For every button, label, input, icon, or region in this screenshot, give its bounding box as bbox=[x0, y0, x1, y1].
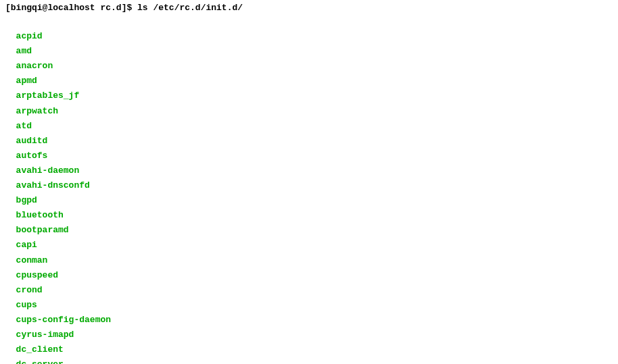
file-entry: bgpd bbox=[16, 193, 146, 208]
file-entry: apmd bbox=[16, 74, 146, 88]
column-1: acpidamdanacronapmdarptables_jfarpwatcha… bbox=[16, 29, 146, 364]
file-entry: cups bbox=[16, 298, 146, 313]
file-entry: cyrus-imapd bbox=[16, 328, 146, 342]
file-entry: avahi-daemon bbox=[16, 163, 146, 178]
file-entry: bootparamd bbox=[16, 223, 146, 238]
shell-prompt: [bingqi@localhost rc.d]$ ls /etc/rc.d/in… bbox=[5, 3, 613, 13]
file-entry: cpuspeed bbox=[16, 268, 146, 283]
file-entry: arpwatch bbox=[16, 104, 146, 119]
file-entry: cups-config-daemon bbox=[16, 313, 146, 328]
ls-output: acpidamdanacronapmdarptables_jfarpwatcha… bbox=[5, 14, 613, 364]
file-entry: amd bbox=[16, 44, 146, 59]
file-entry: dc_client bbox=[16, 342, 146, 357]
file-entry: acpid bbox=[16, 29, 146, 44]
file-entry: bluetooth bbox=[16, 208, 146, 223]
file-entry: auditd bbox=[16, 134, 146, 149]
file-entry: atd bbox=[16, 119, 146, 134]
file-entry: conman bbox=[16, 253, 146, 268]
file-entry: crond bbox=[16, 283, 146, 298]
file-entry: arptables_jf bbox=[16, 88, 146, 103]
file-entry: dc_server bbox=[16, 357, 146, 364]
file-entry: capi bbox=[16, 238, 146, 253]
file-entry: anacron bbox=[16, 59, 146, 74]
file-entry: avahi-dnsconfd bbox=[16, 178, 146, 193]
file-entry: autofs bbox=[16, 149, 146, 163]
